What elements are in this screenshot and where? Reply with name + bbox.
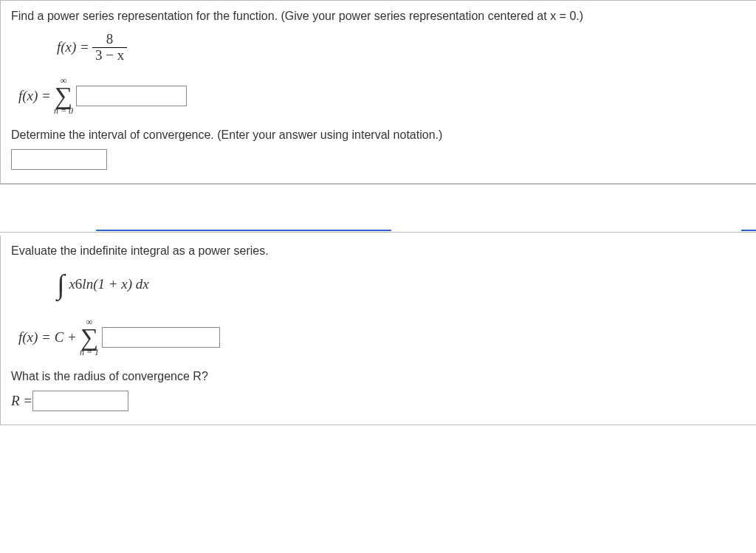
separator-region (0, 184, 756, 236)
problem-1: Find a power series representation for t… (0, 0, 756, 184)
sigma2-glyph: ∑ (80, 326, 98, 349)
p1-series-input[interactable] (76, 86, 187, 106)
sep-accent-left (96, 230, 391, 231)
fraction-numerator: 8 (103, 32, 117, 47)
sep-accent-right (741, 230, 756, 231)
fx-lhs: f(x) = (57, 39, 89, 55)
p1-prompt: Find a power series representation for t… (11, 10, 746, 23)
fraction: 8 3 − x (92, 32, 127, 63)
sigma-lower: n = 0 (54, 107, 73, 115)
sigma-symbol-2: ∞ ∑ n = 1 (80, 318, 99, 357)
sep-top (0, 184, 756, 185)
r-equals: R = (11, 393, 32, 409)
problem-2: Evaluate the indefinite integral as a po… (0, 236, 756, 425)
p1-answer-row: f(x) = ∞ ∑ n = 0 (18, 77, 746, 115)
sigma-glyph: ∑ (55, 85, 72, 108)
p2-answer-row: f(x) = C + ∞ ∑ n = 1 (18, 318, 746, 357)
p1-function-def: f(x) = 8 3 − x (57, 32, 746, 63)
p1-sub-prompt: Determine the interval of convergence. (… (11, 128, 746, 142)
sigma2-lower: n = 1 (80, 348, 99, 357)
p2-answer-lhs: f(x) = C + (18, 329, 77, 346)
p2-prompt: Evaluate the indefinite integral as a po… (11, 244, 746, 258)
integral-symbol: ∫ (57, 268, 64, 300)
fraction-denominator: 3 − x (92, 47, 127, 63)
sep-bottom (0, 232, 756, 233)
p1-interval-input[interactable] (11, 149, 107, 170)
integrand-rest: ln(1 + x) dx (82, 276, 148, 292)
p2-radius-row: R = (11, 391, 746, 411)
integrand-x: x (69, 276, 75, 292)
p2-radius-input[interactable] (32, 391, 128, 411)
p2-sub-prompt: What is the radius of convergence R? (11, 370, 746, 383)
integrand-exponent: 6 (75, 276, 83, 292)
sigma-symbol: ∞ ∑ n = 0 (54, 77, 73, 115)
p2-series-input[interactable] (102, 327, 220, 348)
p1-answer-lhs: f(x) = (18, 88, 51, 104)
p2-integral: ∫ x6 ln(1 + x) dx (57, 268, 149, 300)
